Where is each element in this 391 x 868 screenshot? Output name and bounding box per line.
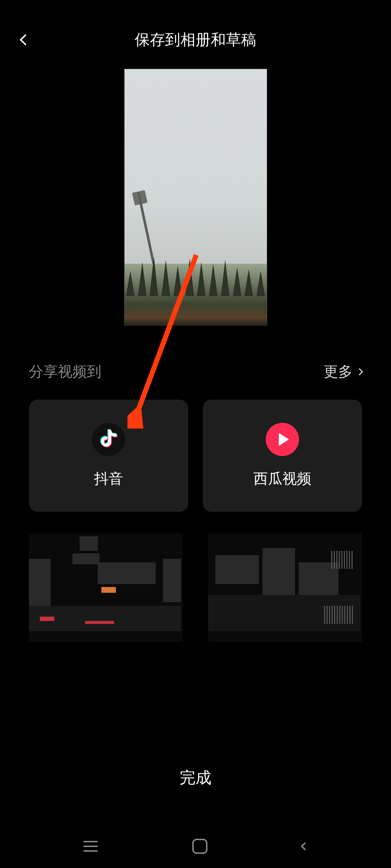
share-cards: 抖音 西瓜视频: [29, 400, 362, 512]
nav-recent-button[interactable]: [83, 841, 98, 852]
more-button[interactable]: 更多: [324, 362, 362, 382]
xigua-share-card[interactable]: 西瓜视频: [203, 400, 362, 512]
header: 保存到相册和草稿: [0, 0, 391, 58]
more-label: 更多: [324, 362, 353, 382]
template-thumbnail-2[interactable]: [208, 533, 362, 642]
douyin-icon: [92, 423, 125, 456]
system-navbar: [0, 825, 391, 868]
share-section: 分享视频到 更多 抖音 西瓜视频: [0, 362, 391, 512]
back-button[interactable]: [18, 33, 33, 47]
done-button[interactable]: 完成: [180, 767, 211, 788]
share-label: 分享视频到: [29, 362, 101, 382]
play-icon: [279, 433, 289, 446]
douyin-label: 抖音: [94, 469, 123, 489]
xigua-label: 西瓜视频: [253, 469, 311, 489]
share-header: 分享视频到 更多: [29, 362, 362, 382]
chevron-left-icon: [20, 34, 31, 45]
chevron-right-icon: [356, 368, 363, 375]
video-preview-container: [0, 69, 391, 326]
douyin-share-card[interactable]: 抖音: [29, 400, 188, 512]
templates-row: [0, 533, 391, 642]
template-thumbnail-1[interactable]: [29, 533, 183, 642]
video-preview-thumbnail[interactable]: [124, 69, 267, 326]
xigua-icon: [266, 423, 299, 456]
page-title: 保存到相册和草稿: [135, 30, 256, 50]
nav-back-button[interactable]: [300, 842, 309, 851]
nav-home-button[interactable]: [192, 839, 207, 854]
